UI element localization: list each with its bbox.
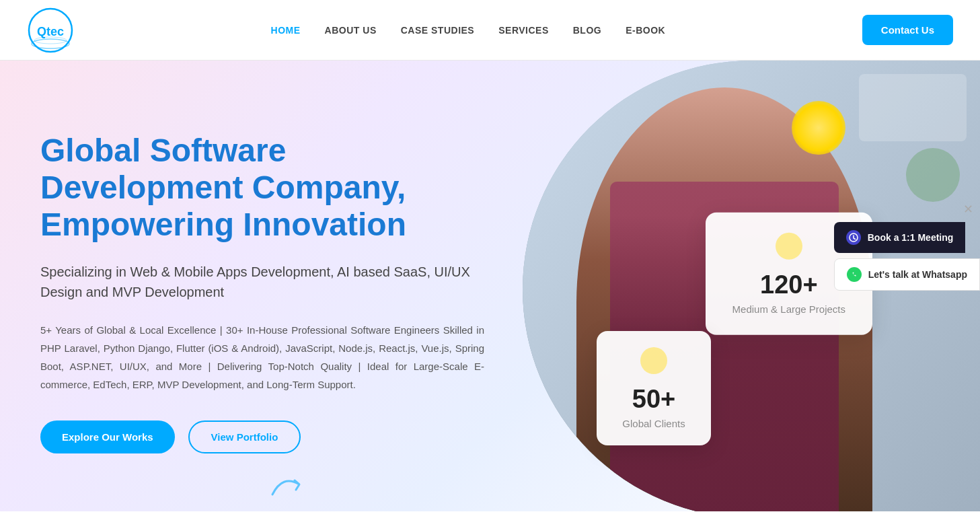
nav-about[interactable]: ABOUT US	[325, 25, 377, 36]
hero-description: 5+ Years of Global & Local Excellence | …	[40, 321, 484, 394]
nav-home[interactable]: HOME	[271, 25, 301, 36]
nav-links: HOME ABOUT US CASE STUDIES SERVICES BLOG…	[271, 24, 666, 36]
svg-point-5	[850, 270, 858, 279]
calendar-icon	[846, 230, 861, 245]
hero-title: Global Software Development Company, Emp…	[40, 132, 484, 244]
nav-services[interactable]: SERVICES	[498, 25, 549, 36]
logo[interactable]: Qtec	[27, 7, 74, 54]
stat-projects-number: 120+	[732, 270, 845, 299]
contact-us-button[interactable]: Contact Us	[862, 15, 953, 45]
nav-blog[interactable]: BLOG	[573, 25, 601, 36]
explore-works-button[interactable]: Explore Our Works	[40, 420, 175, 453]
yellow-glow-decoration	[792, 101, 845, 155]
whatsapp-label: Let's talk at Whatsapp	[868, 269, 967, 280]
stat-dot-large	[776, 233, 802, 260]
stat-projects-label: Medium & Large Projects	[732, 303, 845, 315]
stat-dot-small	[640, 347, 667, 374]
hero-subtitle: Specializing in Web & Mobile Apps Develo…	[40, 262, 484, 302]
navbar: Qtec HOME ABOUT US CASE STUDIES SERVICES…	[0, 0, 980, 61]
hero-content: Global Software Development Company, Emp…	[40, 132, 484, 454]
hero-section: Global Software Development Company, Emp…	[0, 61, 980, 511]
arrow-decoration	[269, 471, 309, 498]
stat-card-clients: 50+ Global Clients	[597, 331, 711, 445]
whatsapp-icon	[847, 267, 862, 282]
book-meeting-label: Book a 1:1 Meeting	[868, 232, 954, 243]
view-portfolio-button[interactable]: View Portfolio	[188, 420, 301, 453]
floating-action-buttons: Book a 1:1 Meeting ✕ Let's talk at Whats…	[834, 222, 980, 291]
nav-case-studies[interactable]: CASE STUDIES	[401, 25, 474, 36]
svg-text:Qtec: Qtec	[37, 24, 64, 38]
hero-buttons: Explore Our Works View Portfolio	[40, 420, 484, 453]
close-floating-button[interactable]: ✕	[963, 202, 973, 217]
stat-clients-number: 50+	[618, 385, 689, 414]
stat-clients-label: Global Clients	[618, 418, 689, 429]
whatsapp-button[interactable]: Let's talk at Whatsapp	[834, 258, 980, 291]
book-meeting-button[interactable]: Book a 1:1 Meeting	[834, 222, 966, 253]
nav-ebook[interactable]: E-BOOK	[626, 25, 665, 36]
